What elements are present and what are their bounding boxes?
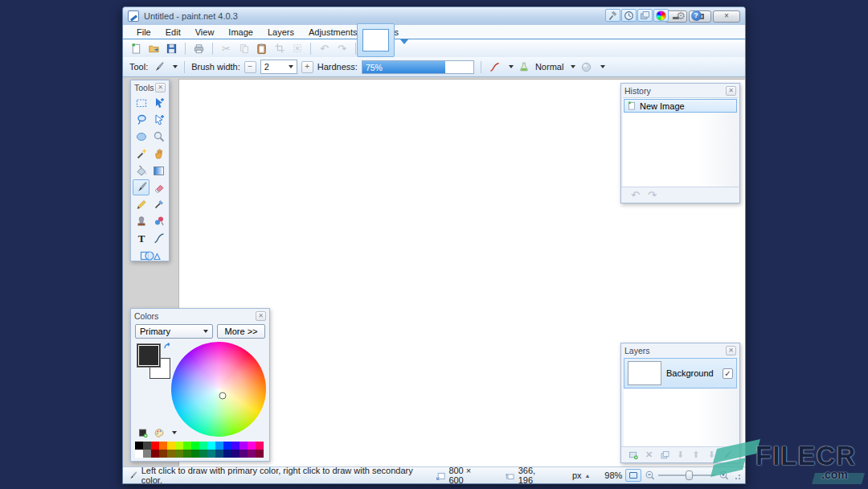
menu-layers[interactable]: Layers xyxy=(260,26,301,39)
print-button[interactable] xyxy=(192,42,206,55)
palette-swatch[interactable] xyxy=(199,442,207,450)
save-button[interactable] xyxy=(165,42,178,55)
palette-swatch[interactable] xyxy=(167,450,175,458)
palette-swatch[interactable] xyxy=(240,450,248,458)
color-wheel-marker[interactable] xyxy=(219,392,226,400)
units-dropdown-arrow[interactable]: ▲ xyxy=(585,473,591,479)
more-button[interactable]: More >> xyxy=(217,324,265,339)
brush-width-select[interactable]: 2 xyxy=(260,60,297,74)
crop-button[interactable] xyxy=(272,42,286,55)
palette-swatch[interactable] xyxy=(159,442,167,450)
copy-button[interactable] xyxy=(237,42,251,55)
current-tool-button[interactable] xyxy=(152,60,166,74)
selection-mode-button[interactable] xyxy=(579,60,593,74)
palette-swatch[interactable] xyxy=(240,442,248,450)
antialiasing-button[interactable] xyxy=(488,60,502,74)
blend-mode-dropdown-arrow[interactable] xyxy=(571,65,575,68)
palette-swatch[interactable] xyxy=(151,442,159,450)
close-button[interactable]: × xyxy=(713,10,740,23)
palette-swatch[interactable] xyxy=(175,450,183,458)
primary-color-swatch[interactable] xyxy=(137,343,161,368)
palette-swatch[interactable] xyxy=(191,450,199,458)
zoom-slider-thumb[interactable] xyxy=(686,471,693,480)
tool-pan[interactable] xyxy=(150,146,167,162)
palette-swatch[interactable] xyxy=(143,442,151,450)
palette-swatch[interactable] xyxy=(135,442,143,450)
history-redo-button[interactable]: ↷ xyxy=(648,189,657,201)
palette-swatch[interactable] xyxy=(183,442,191,450)
deselect-button[interactable] xyxy=(290,42,304,55)
palette-swatch[interactable] xyxy=(256,450,264,458)
tool-ellipse-select[interactable] xyxy=(133,129,149,145)
layers-panel-close-button[interactable]: ✕ xyxy=(726,346,736,355)
menu-adjustments[interactable]: Adjustments xyxy=(301,26,365,39)
tool-shapes[interactable] xyxy=(133,247,168,263)
palette-swatch[interactable] xyxy=(167,442,175,450)
tool-paintbrush[interactable] xyxy=(133,179,149,195)
color-target-select[interactable]: Primary xyxy=(135,324,213,339)
zoom-in-button[interactable] xyxy=(719,470,730,481)
zoom-to-window-button[interactable] xyxy=(625,469,641,482)
history-panel-close-button[interactable]: ✕ xyxy=(726,86,736,96)
history-window-toggle[interactable] xyxy=(621,9,637,22)
cut-button[interactable]: ✂ xyxy=(219,42,233,55)
merge-layer-down-button[interactable]: ⬇ xyxy=(675,449,686,461)
hardness-slider[interactable]: 75% xyxy=(362,60,474,74)
resize-grip[interactable] xyxy=(732,471,740,479)
tools-window-toggle[interactable] xyxy=(605,9,620,22)
palette-swatch[interactable] xyxy=(151,450,159,458)
color-wheel[interactable] xyxy=(171,342,266,437)
help-button[interactable]: ? xyxy=(689,9,703,22)
palette-swatch[interactable] xyxy=(215,450,223,458)
history-item[interactable]: New Image xyxy=(624,99,737,113)
add-layer-button[interactable] xyxy=(628,449,639,461)
tool-lasso-select[interactable] xyxy=(133,112,149,128)
add-palette-color-button[interactable] xyxy=(137,427,149,438)
history-undo-button[interactable]: ↶ xyxy=(631,189,640,201)
move-layer-down-button[interactable]: ⬇ xyxy=(706,449,717,461)
tool-zoom[interactable] xyxy=(150,129,167,145)
layer-properties-button[interactable] xyxy=(722,449,733,461)
palette-swatch[interactable] xyxy=(248,450,256,458)
new-file-button[interactable] xyxy=(129,42,143,55)
zoom-out-button[interactable] xyxy=(645,470,656,481)
settings-button[interactable]: ⚙ xyxy=(674,9,688,22)
palette-swatch[interactable] xyxy=(256,442,264,450)
tool-text[interactable]: T xyxy=(133,230,149,246)
palette-swatch[interactable] xyxy=(175,442,183,450)
tool-pencil[interactable] xyxy=(133,196,149,212)
undo-button[interactable]: ↶ xyxy=(317,42,331,55)
tool-gradient[interactable] xyxy=(150,162,167,179)
delete-layer-button[interactable]: ✕ xyxy=(644,449,654,461)
colors-window-toggle[interactable] xyxy=(653,9,669,22)
units-select[interactable]: px xyxy=(572,471,582,480)
selection-mode-dropdown-arrow[interactable] xyxy=(600,65,605,68)
redo-button[interactable]: ↷ xyxy=(335,42,349,55)
tools-panel-close-button[interactable]: ✕ xyxy=(155,83,166,92)
palette-swatch[interactable] xyxy=(231,450,240,458)
palette-menu-dropdown-arrow[interactable] xyxy=(172,431,177,434)
tool-move-selected-pixels[interactable] xyxy=(150,95,167,111)
brush-width-decrease-button[interactable]: − xyxy=(244,61,256,73)
tool-rectangle-select[interactable] xyxy=(133,95,149,111)
layer-visibility-checkbox[interactable]: ✓ xyxy=(723,368,733,379)
layers-window-toggle[interactable] xyxy=(637,9,653,22)
palette-menu-button[interactable] xyxy=(153,427,166,438)
palette-swatch[interactable] xyxy=(159,450,167,458)
tool-line-curve[interactable] xyxy=(150,230,167,246)
palette-swatch[interactable] xyxy=(223,442,231,450)
menu-edit[interactable]: Edit xyxy=(158,26,188,39)
palette-swatch[interactable] xyxy=(207,450,215,458)
palette-swatch[interactable] xyxy=(207,442,215,450)
zoom-slider[interactable] xyxy=(658,469,714,482)
palette-swatch[interactable] xyxy=(231,442,240,450)
blend-mode-value[interactable]: Normal xyxy=(535,62,563,72)
tool-move-selection[interactable] xyxy=(150,112,167,128)
menu-image[interactable]: Image xyxy=(221,26,260,39)
palette-swatch[interactable] xyxy=(143,450,151,458)
tool-color-picker[interactable] xyxy=(150,196,167,212)
open-image-tab[interactable] xyxy=(357,23,395,57)
tool-eraser[interactable] xyxy=(150,179,167,195)
move-layer-up-button[interactable]: ⬆ xyxy=(690,449,701,461)
colors-panel-close-button[interactable]: ✕ xyxy=(256,311,266,321)
